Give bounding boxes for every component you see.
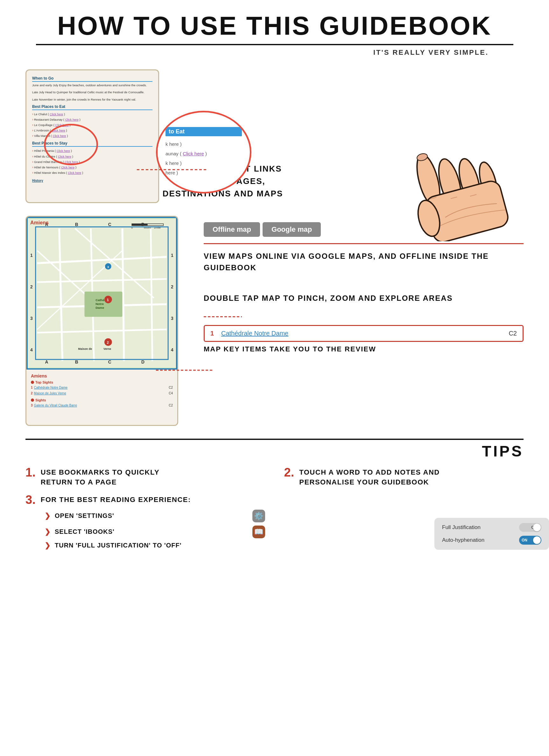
header-subtitle: IT'S REALLY VERY SIMPLE. <box>19 48 530 57</box>
svg-text:1: 1 <box>107 298 109 302</box>
tip-2: 2. TOUCH A WORD TO ADD NOTES ANDPERSONAL… <box>284 466 524 487</box>
svg-text:1: 1 <box>171 253 173 258</box>
section2-right: Offline map Google map VIEW MAPS ONLINE … <box>178 216 524 353</box>
tip-1-text: USE BOOKMARKS TO QUICKLYRETURN TO A PAGE <box>41 466 159 487</box>
map-zoom-dotted <box>156 365 213 376</box>
ibooks-settings-mockup: Full Justification OFF Auto-hyphenation … <box>434 518 549 550</box>
mock-stay-item3: › Grand Hôtel Barrière ( Click here ) <box>32 159 152 165</box>
mock-eat-item5: › Villa Margot ( Click here ) <box>32 133 152 138</box>
section2-maps: Amiens A B C D A B C D 1 2 3 4 <box>0 209 549 432</box>
legend-item-jules-verne[interactable]: 2Maison de Jules Verne C4 <box>31 391 173 396</box>
tip-3: 3. FOR THE BEST READING EXPERIENCE: <box>25 494 265 506</box>
mock-stay-item1: › Hôtel Printania ( Click here ) <box>32 148 152 153</box>
map-key-box[interactable]: 1 Cathédrale Notre Dame C2 <box>204 325 524 342</box>
section2-divider <box>204 243 524 244</box>
map-legend: Amiens Top Sights 1Cathédrale Notre Dame… <box>26 370 177 414</box>
guidebook-mockup: When to Go June and early July Enjoy the… <box>25 69 159 203</box>
map-legend-city: Amiens <box>31 373 173 378</box>
svg-text:Notre: Notre <box>95 302 104 306</box>
legend-item-cathedral[interactable]: 1Cathédrale Notre Dame C2 <box>31 385 173 391</box>
tip-3-text: FOR THE BEST READING EXPERIENCE: <box>41 494 191 505</box>
tip-1: 1. USE BOOKMARKS TO QUICKLYRETURN TO A P… <box>25 466 265 487</box>
svg-text:2: 2 <box>107 341 109 344</box>
svg-text:Dame: Dame <box>95 306 104 309</box>
tip-2-number: 2. <box>284 466 294 478</box>
map-type-buttons: Offline map Google map <box>204 222 524 237</box>
tip3-settings-text: Open 'Settings' <box>55 512 248 519</box>
zoom-item1: k here ) <box>165 139 242 149</box>
tip-3-container: 3. FOR THE BEST READING EXPERIENCE: ❯ Op… <box>25 494 265 553</box>
map-key-name[interactable]: Cathédrale Notre Dame <box>221 330 505 337</box>
toggle-off-knob <box>533 524 541 531</box>
mock-eat-item1: › Le Chalut ( Click here ) <box>32 111 152 117</box>
map-sights-title: Sights <box>31 398 173 402</box>
svg-text:4: 4 <box>30 347 33 352</box>
mock-eat-item4: › L'Ambrosin ( Click here ) <box>32 128 152 133</box>
svg-text:A: A <box>45 359 48 364</box>
mock-stay-title: Best Places to Stay <box>32 141 152 147</box>
google-map-button[interactable]: Google map <box>263 222 321 237</box>
map-top-sights-title: Top Sights <box>31 380 173 384</box>
tip-3-number: 3. <box>25 494 36 506</box>
mock-when-to-go-body1: June and early July Enjoy the beaches, o… <box>32 83 152 88</box>
toggle-auto-hyphenation[interactable]: ON <box>519 536 541 545</box>
map-image-area[interactable]: Amiens A B C D A B C D 1 2 3 4 <box>26 217 177 370</box>
section2-zoom-text: DOUBLE TAP MAP TO PINCH, ZOOM AND EXPLOR… <box>204 293 524 304</box>
ibooks-full-justification-label: Full Justification <box>442 524 481 531</box>
map-key-connector <box>204 314 524 320</box>
page-title: HOW TO USE THIS GUIDEBOOK <box>19 13 530 39</box>
svg-rect-50 <box>132 224 148 226</box>
zoom-item2: aunay ( Click here ) <box>165 149 242 159</box>
svg-text:Verne: Verne <box>103 347 111 350</box>
svg-text:1: 1 <box>30 253 33 258</box>
mock-stay-item2: › Hôtel du Centre ( Click here ) <box>32 154 152 159</box>
svg-text:B: B <box>75 359 78 364</box>
mock-when-to-go-body3: Late November In winter, join the crowds… <box>32 97 152 102</box>
offline-map-button[interactable]: Offline map <box>204 222 260 237</box>
map-city-label: Amiens <box>30 220 49 226</box>
svg-text:2: 2 <box>30 284 33 289</box>
zoom-click-here[interactable]: Click here <box>183 151 204 156</box>
mock-stay-item4: › Hôtel de Nemours ( Click here ) <box>32 165 152 170</box>
map-key-dotted-line <box>204 314 242 320</box>
svg-text:Maison de: Maison de <box>78 347 92 350</box>
section2-description: VIEW MAPS ONLINE VIA GOOGLE MAPS, AND OF… <box>204 251 524 273</box>
svg-text:500m: 500m <box>144 226 151 229</box>
mock-when-to-go-title: When to Go <box>32 76 152 82</box>
map-top-sights-section: Top Sights 1Cathédrale Notre Dame C2 2Ma… <box>31 380 173 396</box>
mock-history-link[interactable]: History <box>32 179 152 182</box>
tip3-subitem-justification: ❯ Turn 'Full Justification' to 'off' <box>45 541 265 550</box>
mock-eat-item2: › Restaurant Delaunay ( Click here ) <box>32 117 152 122</box>
header: HOW TO USE THIS GUIDEBOOK IT'S REALLY VE… <box>0 0 549 60</box>
toggle-on-label: ON <box>522 538 527 542</box>
legend-dot <box>31 381 34 384</box>
tip3-ibooks-icon: 📖 <box>252 526 265 538</box>
tip-2-text: TOUCH A WORD TO ADD NOTES ANDPERSONALISE… <box>299 466 440 487</box>
ibooks-row2: Auto-hyphenation ON <box>442 536 541 545</box>
tips-header: TIPS <box>25 439 524 460</box>
toggle-on-knob <box>533 536 541 544</box>
toggle-full-justification[interactable]: OFF <box>519 523 541 532</box>
map-key-coord: C2 <box>509 330 517 337</box>
dotted-line-connector <box>137 165 207 176</box>
sights-dot <box>31 399 34 402</box>
tip3-ibooks-text: Select 'iBooks' <box>55 528 248 535</box>
section1-click-links: When to Go June and early July Enjoy the… <box>0 60 549 209</box>
map-sights-section: Sights 3Galerie du Vitrail Claude Barre … <box>31 398 173 408</box>
mock-eat-item3: › Le Coquillage ( Click here ) <box>32 122 152 128</box>
svg-text:C: C <box>108 222 111 227</box>
tip-1-number: 1. <box>25 466 36 478</box>
legend-item-galerie[interactable]: 3Galerie du Vitrail Claude Barre C2 <box>31 403 173 408</box>
svg-text:4: 4 <box>171 347 173 352</box>
map-key-number: 1 <box>210 330 218 337</box>
tip3-arrow-1: ❯ <box>45 512 50 520</box>
mock-eat-title: Best Places to Eat <box>32 104 152 110</box>
tip3-arrow-2: ❯ <box>45 528 50 536</box>
tip3-arrow-3: ❯ <box>45 541 50 550</box>
tip3-subitem-ibooks: ❯ Select 'iBooks' 📖 <box>45 526 265 538</box>
map-svg: A B C D A B C D 1 2 3 4 1 2 3 4 <box>28 218 176 368</box>
map-key-label: MAP KEY ITEMS TAKE YOU TO THE REVIEW <box>204 345 524 353</box>
svg-text:2: 2 <box>171 284 173 289</box>
tip3-settings-icon: ⚙️ <box>252 510 265 522</box>
mock-stay-item5: › Hôtel Manoir des Indes ( Click here ) <box>32 170 152 175</box>
